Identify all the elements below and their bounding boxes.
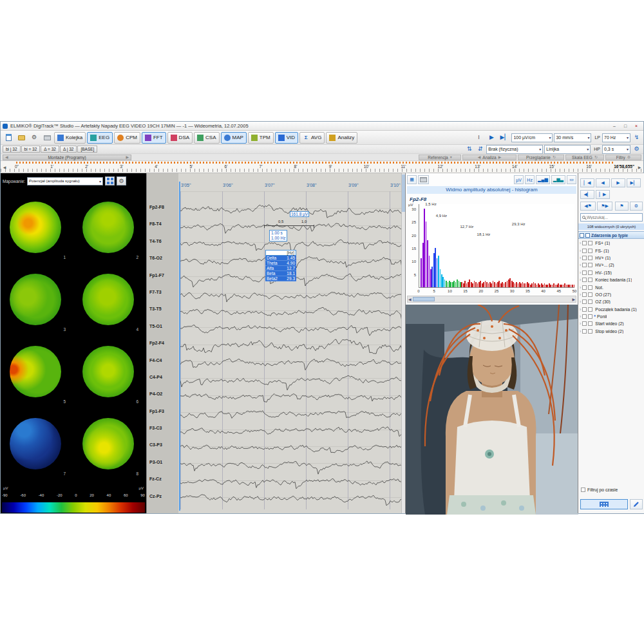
event-type-row[interactable]: › Not. xyxy=(578,283,644,290)
event-visible-checkbox[interactable] xyxy=(582,292,587,297)
print-histogram-button[interactable] xyxy=(418,175,429,184)
event-type-row[interactable]: › Start wideo (2) xyxy=(578,320,644,327)
event-type-row[interactable]: › HV- (15) xyxy=(578,269,644,276)
event-type-row[interactable]: › FS+ (1) xyxy=(578,240,644,247)
prev-flag-button[interactable]: ◀⚑ xyxy=(580,202,596,211)
event-filter-checkbox[interactable] xyxy=(588,263,592,267)
montage-preset-button[interactable]: bi | 32 xyxy=(3,146,21,153)
montage-preset-button[interactable]: [BASE] xyxy=(77,146,97,153)
search-input[interactable] xyxy=(587,215,641,220)
view-tab[interactable]: CPM xyxy=(114,132,140,144)
first-event-button[interactable]: ▏◀ xyxy=(580,178,594,187)
filter-settings-button[interactable]: ⚙ xyxy=(632,145,641,153)
event-type-row[interactable]: › Koniec badania (1) xyxy=(578,276,644,283)
select-all-checkbox[interactable] xyxy=(580,233,584,238)
reference-select[interactable]: Brak (fizyczna)▾ xyxy=(486,145,543,154)
topo-map[interactable]: 1 xyxy=(1,195,73,267)
event-type-row[interactable]: › OO (27) xyxy=(578,291,644,298)
topo-map[interactable]: 6 xyxy=(73,339,146,412)
event-filter-checkbox[interactable] xyxy=(588,292,592,297)
montage-preset-button[interactable]: Δ | 32 xyxy=(60,146,77,153)
event-type-row[interactable]: › Początek badania (1) xyxy=(578,306,644,313)
view-tab[interactable]: VID xyxy=(275,132,298,144)
event-filter-checkbox[interactable] xyxy=(588,241,592,245)
view-tab[interactable]: CSA xyxy=(194,132,219,144)
ruler-tool-select[interactable]: Linijka▾ xyxy=(544,145,591,154)
montage-preset-button[interactable]: bi = 32 xyxy=(21,146,41,153)
event-filter-checkbox[interactable] xyxy=(588,307,592,312)
histogram-style-button[interactable]: ▂▄▆ xyxy=(536,175,550,184)
next-flag-button[interactable]: ⚑▶ xyxy=(597,202,612,211)
sensitivity-select[interactable]: 100 µV/cm▾ xyxy=(511,133,553,142)
event-filter-checkbox[interactable] xyxy=(588,321,592,326)
timeline-ruler[interactable]: ◀ 0"1'2'3'4'5'6'7'8'9'10'11'12'13'14'15'… xyxy=(1,161,643,173)
view-tab[interactable]: EEG xyxy=(87,132,113,144)
hp-filter-select[interactable]: 0,3 s▾ xyxy=(602,145,630,154)
events-settings-button[interactable]: ⚙ xyxy=(630,202,643,211)
mapping-mode-select[interactable]: Potencjał (amplituda sygnału)▾ xyxy=(27,177,103,185)
event-visible-checkbox[interactable] xyxy=(582,278,587,282)
next-page-button[interactable]: ▏▶ xyxy=(596,190,610,199)
keyboard-button[interactable] xyxy=(580,499,628,509)
event-filter-checkbox[interactable] xyxy=(588,270,592,275)
cursor-tool-button[interactable]: I xyxy=(473,132,484,144)
prev-event-button[interactable]: ◀ xyxy=(596,178,610,187)
scale-down-up-button[interactable]: ⇵ xyxy=(475,145,485,153)
event-visible-checkbox[interactable] xyxy=(582,329,587,334)
view-tab[interactable]: MAP xyxy=(221,132,247,144)
prev-page-button[interactable]: ◀▏ xyxy=(580,190,594,199)
event-visible-checkbox[interactable] xyxy=(582,241,587,245)
view-tab[interactable]: DSA xyxy=(167,132,193,144)
view-tab[interactable]: TPM xyxy=(248,132,274,144)
histogram-scrollbar[interactable]: ◀ ▶ xyxy=(407,296,576,303)
eeg-panel[interactable]: 3'05"3'06"3'07"3'08"3'09"3'10" Fp2-F8F8-… xyxy=(146,173,405,513)
topo-map[interactable]: 4 xyxy=(73,267,146,339)
open-button[interactable] xyxy=(15,132,27,144)
montage-group-header[interactable]: ◀ Montaże (Programy) ▶ xyxy=(3,155,131,160)
view-tab[interactable]: Σ AVG xyxy=(299,132,325,144)
event-type-row[interactable]: › FS- (1) xyxy=(578,247,644,254)
last-event-button[interactable]: ▶▏ xyxy=(627,178,641,187)
event-visible-checkbox[interactable] xyxy=(582,299,587,304)
event-visible-checkbox[interactable] xyxy=(582,249,587,253)
event-type-row[interactable]: › HV+... (2) xyxy=(578,261,644,269)
event-visible-checkbox[interactable] xyxy=(582,263,587,267)
event-type-row[interactable]: › * Ponił xyxy=(578,313,644,320)
filter-time-checkbox[interactable] xyxy=(581,488,585,492)
event-visible-checkbox[interactable] xyxy=(582,314,587,319)
lp-filter-select[interactable]: 70 Hz▾ xyxy=(602,133,630,142)
speed-select[interactable]: 30 mm/s▾ xyxy=(554,133,591,142)
play-button[interactable]: ▶ xyxy=(486,132,497,144)
select-all-filter-checkbox[interactable] xyxy=(585,233,590,238)
event-filter-checkbox[interactable] xyxy=(588,285,592,290)
video-frame[interactable] xyxy=(406,305,578,515)
next-event-button[interactable]: ▶ xyxy=(611,178,625,187)
close-button[interactable]: × xyxy=(631,122,641,129)
histogram-style2-button[interactable]: ▂▆▃ xyxy=(551,175,565,184)
edit-button[interactable] xyxy=(630,499,643,509)
view-tab[interactable]: FFT xyxy=(142,132,166,144)
event-visible-checkbox[interactable] xyxy=(582,285,587,290)
event-type-row[interactable]: › Stop wideo (2) xyxy=(578,328,644,335)
map-grid-button[interactable] xyxy=(105,176,115,185)
event-filter-checkbox[interactable] xyxy=(588,314,592,319)
minimize-button[interactable]: – xyxy=(609,122,620,129)
event-filter-checkbox[interactable] xyxy=(588,299,592,304)
uv-scale-button[interactable]: µV xyxy=(514,175,524,184)
event-visible-checkbox[interactable] xyxy=(582,307,587,312)
topo-map[interactable]: 3 xyxy=(1,267,73,339)
topo-map[interactable]: 8 xyxy=(73,412,146,484)
table-view-button[interactable]: ▦ xyxy=(407,175,417,184)
topo-map[interactable]: 2 xyxy=(73,195,146,267)
topo-map[interactable]: 5 xyxy=(1,339,73,412)
event-type-row[interactable]: › OZ (30) xyxy=(578,298,644,305)
map-settings-button[interactable]: ⚙ xyxy=(117,176,126,185)
hz-scale-button[interactable]: Hz xyxy=(525,175,535,184)
maximize-button[interactable]: □ xyxy=(620,122,630,129)
print-button[interactable] xyxy=(41,132,53,144)
event-visible-checkbox[interactable] xyxy=(582,256,587,260)
new-file-button[interactable] xyxy=(3,132,14,144)
view-tab[interactable]: Analizy xyxy=(326,132,357,144)
events-list-header[interactable]: Zdarzenia po typie xyxy=(578,231,644,239)
event-visible-checkbox[interactable] xyxy=(582,270,587,275)
